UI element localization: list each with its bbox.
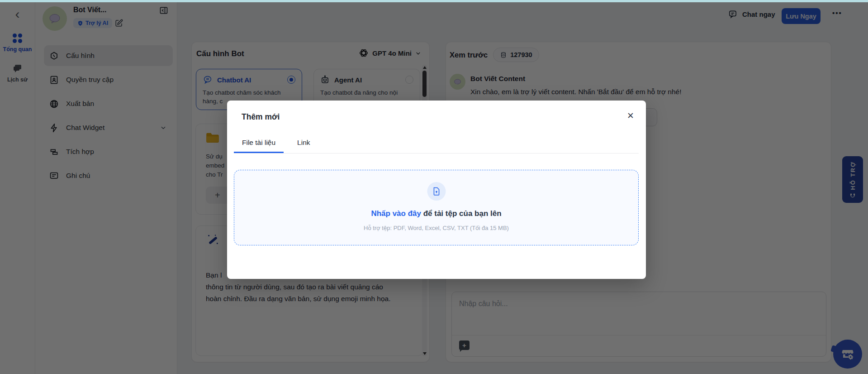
app-root: ‹ Tổng quan Lịch sử Bot Viết... Trợ lý A… [0, 0, 868, 374]
tab-file-tai-lieu[interactable]: File tài liệu [234, 139, 284, 153]
upload-hint: Hỗ trợ tệp: PDF, Word, Excel, CSV, TXT (… [234, 225, 638, 231]
add-new-modal: Thêm mới ✕ File tài liệu Link Nhấp vào đ… [227, 101, 646, 279]
modal-title: Thêm mới [242, 112, 280, 122]
browser-top-strip [0, 0, 868, 2]
close-icon[interactable]: ✕ [627, 110, 634, 121]
upload-file-icon [427, 182, 446, 201]
upload-cta: Nhấp vào đây để tải tệp của bạn lên [234, 209, 638, 218]
modal-tabs: File tài liệu Link [234, 139, 639, 153]
file-upload-dropzone[interactable]: Nhấp vào đây để tải tệp của bạn lên Hỗ t… [234, 170, 639, 245]
tab-link[interactable]: Link [289, 139, 318, 153]
